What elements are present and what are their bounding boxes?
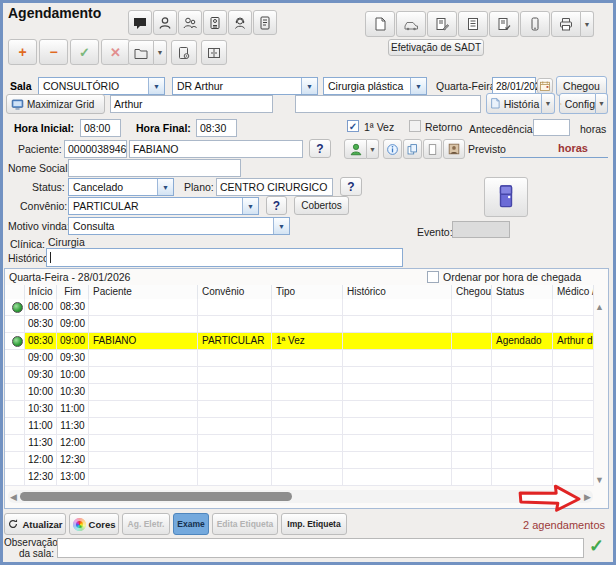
table-row[interactable]: 08:0008:30 [5, 299, 594, 316]
ordenar-checkbox[interactable] [427, 271, 439, 283]
chevron-down-icon[interactable]: ▼ [410, 78, 426, 94]
chevron-down-icon[interactable]: ▼ [301, 78, 317, 94]
patient-photo-button[interactable] [443, 139, 465, 159]
historia-dropdown-button[interactable]: ▼ [542, 93, 555, 114]
scroll-up-icon[interactable]: ▲ [595, 302, 604, 312]
table-row[interactable]: 10:3011:00 [5, 401, 594, 418]
hora-inicial-input[interactable]: 08:00 [80, 119, 121, 137]
confirm-observacao-button[interactable]: ✓ [589, 537, 604, 555]
column-header-1[interactable]: Início [25, 285, 57, 299]
motivo-vinda-select[interactable]: Consulta ▼ [68, 217, 290, 235]
folder-dropdown-button[interactable]: ▼ [154, 40, 167, 65]
nome-social-input[interactable] [68, 159, 241, 177]
chat-button[interactable] [128, 10, 152, 35]
cores-button[interactable]: Cores [69, 513, 119, 535]
edita-etiqueta-button[interactable]: Edita Etiqueta [212, 513, 278, 535]
paciente-id-input[interactable]: 0000038946 [64, 140, 127, 158]
scroll-right-icon[interactable]: ▶ [584, 492, 591, 502]
column-header-9[interactable]: Médico / Pro [553, 285, 594, 299]
previsto-field[interactable] [500, 140, 608, 158]
patient-info-button[interactable] [383, 139, 402, 159]
patient-record-dropdown-button[interactable]: ▼ [367, 139, 379, 159]
patients-group-button[interactable] [178, 10, 202, 35]
plano-input[interactable]: CENTRO CIRURGICO [216, 178, 333, 196]
professional-input[interactable]: Arthur [110, 95, 273, 113]
maximizar-grid-button[interactable]: Maximizar Grid [6, 94, 105, 114]
chevron-down-icon[interactable]: ▼ [148, 78, 164, 94]
convenio-search-button[interactable]: ? [266, 196, 287, 215]
paciente-search-button[interactable]: ? [309, 139, 331, 158]
retorno-checkbox[interactable] [409, 120, 421, 132]
copy-button[interactable] [403, 139, 422, 159]
historia-button[interactable]: História [486, 93, 542, 114]
transport-button[interactable] [396, 11, 426, 37]
status-select[interactable]: Cancelado ▼ [68, 178, 174, 196]
table-row[interactable]: 11:0011:30 [5, 418, 594, 435]
observacao-input[interactable] [57, 538, 584, 558]
paciente-nome-input[interactable]: FABIANO [129, 140, 303, 158]
table-row[interactable]: 08:3009:00 [5, 316, 594, 333]
column-header-5[interactable]: Tipo [272, 285, 343, 299]
table-row[interactable]: 11:3012:00 [5, 435, 594, 452]
config-button[interactable]: Config [559, 93, 596, 114]
registration-card-button[interactable] [203, 10, 227, 35]
table-row[interactable]: 09:0009:30 [5, 350, 594, 367]
patient-record-button[interactable] [344, 139, 367, 159]
sala-door-button[interactable] [484, 177, 528, 217]
grid-view-button[interactable] [201, 40, 227, 65]
primeira-vez-checkbox[interactable]: ✓ [347, 120, 359, 132]
chevron-down-icon[interactable]: ▼ [242, 198, 258, 214]
confirm-button[interactable]: ✓ [70, 39, 99, 65]
sala-select[interactable]: CONSULTÓRIO ▼ [38, 77, 165, 95]
chevron-down-icon[interactable]: ▼ [157, 179, 173, 195]
especialidade-select[interactable]: Cirurgia plástica ▼ [323, 77, 427, 95]
historico-input[interactable] [46, 248, 403, 267]
table-row[interactable]: 12:3013:00 [5, 469, 594, 486]
table-row[interactable]: 08:3009:00FABIANOPARTICULAR1ª VezAgendad… [5, 333, 594, 350]
print-button[interactable] [551, 11, 581, 37]
remove-button[interactable]: − [39, 39, 68, 65]
print-dropdown-button[interactable]: ▼ [581, 11, 594, 37]
new-page-button[interactable] [365, 11, 395, 37]
patient-button[interactable] [153, 10, 177, 35]
blank-page-button[interactable] [423, 139, 442, 159]
column-header-3[interactable]: Paciente [89, 285, 198, 299]
folder-button[interactable] [128, 40, 154, 65]
table-row[interactable]: 09:3010:00 [5, 367, 594, 384]
column-header-4[interactable]: Convênio [198, 285, 272, 299]
scroll-down-icon[interactable]: ▼ [595, 475, 604, 485]
hora-final-input[interactable]: 08:30 [196, 119, 237, 137]
column-header-7[interactable]: Chegou [452, 285, 492, 299]
calendar-picker-button[interactable] [537, 78, 553, 94]
convenio-select[interactable]: PARTICULAR ▼ [68, 197, 259, 215]
document-list-button[interactable] [458, 11, 488, 37]
column-header-2[interactable]: Fim [57, 285, 89, 299]
scrollbar-thumb[interactable] [20, 492, 292, 501]
table-row[interactable]: 12:0012:30 [5, 452, 594, 469]
imp-etiqueta-button[interactable]: Imp. Etiqueta [281, 513, 347, 535]
table-row[interactable]: 10:0010:30 [5, 384, 594, 401]
attendant-button[interactable] [228, 10, 252, 35]
column-header-8[interactable]: Status [492, 285, 553, 299]
ag-eletr-button[interactable]: Ag. Eletr. [122, 513, 170, 535]
secondary-input[interactable] [295, 95, 481, 113]
plano-search-button[interactable]: ? [340, 177, 362, 196]
add-button[interactable]: + [8, 39, 37, 65]
clipboard-settings-button[interactable] [171, 40, 197, 65]
antecedencia-input[interactable] [533, 119, 570, 136]
document-edit-button[interactable] [427, 11, 457, 37]
efetivacao-sadt-button[interactable]: Efetivação de SADT [388, 39, 484, 56]
phone-button[interactable] [520, 11, 550, 37]
chevron-down-icon[interactable]: ▼ [273, 218, 289, 234]
cobertos-button[interactable]: Cobertos [294, 196, 349, 215]
cancel-button[interactable]: ✕ [101, 39, 130, 65]
horizontal-scrollbar[interactable]: ◀ ▶ [8, 490, 593, 503]
column-header-6[interactable]: Histórico [343, 285, 452, 299]
scroll-left-icon[interactable]: ◀ [10, 492, 17, 502]
document-check-button[interactable] [489, 11, 519, 37]
column-header[interactable] [5, 285, 25, 299]
notes-button[interactable] [253, 10, 277, 35]
exame-button[interactable]: Exame [173, 513, 209, 535]
medico-select[interactable]: DR Arthur ▼ [172, 77, 318, 95]
config-dropdown-button[interactable]: ▼ [596, 93, 608, 114]
